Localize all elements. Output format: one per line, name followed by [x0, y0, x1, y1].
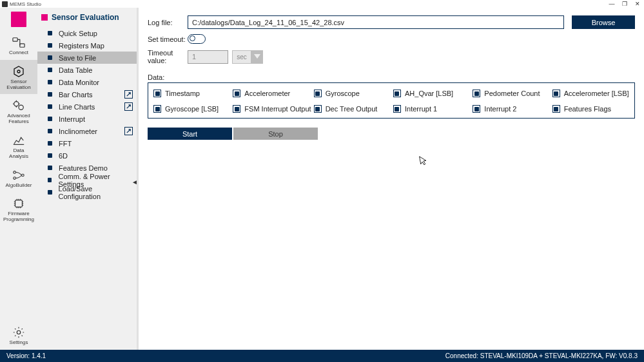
- external-link-icon: [124, 90, 133, 99]
- svg-point-4: [19, 105, 23, 110]
- start-button[interactable]: Start: [148, 128, 232, 140]
- checkbox-icon: [473, 90, 480, 97]
- minimize-button[interactable]: —: [605, 1, 618, 7]
- chevron-down-icon: [251, 50, 263, 64]
- main-panel: Log file: Browse Set timeout: Timeout va…: [139, 8, 644, 350]
- set-timeout-toggle[interactable]: [188, 34, 206, 44]
- brand-square-icon: [11, 12, 26, 27]
- svg-point-3: [14, 102, 19, 106]
- timeout-unit-select[interactable]: sec: [232, 50, 263, 64]
- sidebar-item[interactable]: Interrupt: [37, 113, 137, 125]
- timeout-value-label: Timeout value:: [148, 49, 188, 64]
- sidebar-item[interactable]: Registers Map: [37, 39, 137, 52]
- sidebar-item[interactable]: FFT: [37, 137, 137, 149]
- bullet-icon: [48, 80, 52, 84]
- checkbox-label: Timestamp: [165, 90, 200, 97]
- rail-label: Settings: [10, 340, 28, 346]
- rail-label: Connect: [9, 50, 28, 56]
- data-checkbox[interactable]: FSM Interrupt Output: [233, 105, 311, 113]
- log-file-label: Log file:: [148, 19, 188, 26]
- timeout-unit-label: sec: [232, 50, 251, 64]
- browse-button[interactable]: Browse: [572, 15, 635, 29]
- sidebar-title: Sensor Evaluation: [37, 10, 137, 27]
- external-link-icon: [124, 127, 133, 135]
- data-checkbox[interactable]: Timestamp: [153, 90, 230, 97]
- sidebar-item-label: Line Charts: [59, 103, 95, 111]
- sidebar-item[interactable]: Load/Save Configuration: [37, 186, 137, 198]
- rail-label: Advanced Features: [7, 113, 30, 125]
- data-checkbox[interactable]: Interrupt 2: [473, 105, 549, 113]
- sidebar: Sensor Evaluation Quick SetupRegisters M…: [37, 8, 139, 350]
- algobuilder-icon: [10, 167, 27, 183]
- version-text: Version: 1.4.1: [6, 352, 46, 359]
- svg-rect-1: [20, 44, 24, 47]
- checkbox-icon: [473, 105, 480, 113]
- rail-firmware-programming[interactable]: Firmware Programming: [0, 192, 37, 227]
- data-checkbox[interactable]: Accelerometer [LSB]: [552, 90, 629, 97]
- data-box: TimestampAccelerometerGyroscopeAH_Qvar […: [148, 82, 635, 119]
- bullet-icon: [48, 43, 52, 48]
- rail-algobuilder[interactable]: AlgoBuilder: [0, 164, 37, 193]
- data-checkbox[interactable]: Features Flags: [552, 105, 629, 113]
- svg-point-9: [17, 330, 20, 334]
- bullet-icon: [48, 31, 52, 35]
- sidebar-item[interactable]: Line Charts: [37, 100, 137, 113]
- rail-data-analysis[interactable]: Data Analysis: [0, 129, 37, 164]
- svg-point-2: [17, 70, 20, 73]
- close-button[interactable]: ✕: [631, 1, 644, 7]
- svg-point-5: [14, 171, 16, 173]
- rail-sensor-evaluation[interactable]: Sensor Evaluation: [0, 60, 37, 95]
- checkbox-label: Accelerometer: [244, 90, 290, 97]
- data-checkbox[interactable]: Interrupt 1: [393, 105, 470, 113]
- sidebar-item-label: Quick Setup: [59, 30, 97, 37]
- svg-rect-8: [15, 200, 23, 207]
- sidebar-item-label: FFT: [59, 140, 72, 148]
- sidebar-item[interactable]: Data Table: [37, 64, 137, 76]
- sensor-eval-icon: [10, 64, 27, 79]
- data-label: Data:: [148, 73, 635, 81]
- status-bar: Version: 1.4.1 Connected: STEVAL-MKI109D…: [0, 350, 644, 362]
- rail-label: Firmware Programming: [3, 211, 34, 223]
- external-link-icon: [124, 102, 133, 111]
- sidebar-item-label: Load/Save Configuration: [59, 185, 132, 200]
- title-bar: MEMS Studio — ❐ ✕: [0, 0, 644, 8]
- sidebar-collapse-icon[interactable]: ◄: [132, 178, 138, 186]
- maximize-button[interactable]: ❐: [618, 1, 631, 7]
- sidebar-item-label: Registers Map: [59, 42, 104, 50]
- sidebar-item[interactable]: Inclinometer: [37, 125, 137, 137]
- checkbox-label: Interrupt 2: [484, 105, 516, 113]
- sidebar-item-label: 6D: [59, 152, 68, 160]
- rail-connect[interactable]: Connect: [0, 31, 37, 60]
- checkbox-label: AH_Qvar [LSB]: [405, 90, 453, 97]
- timeout-value-input[interactable]: [188, 50, 228, 64]
- sidebar-item[interactable]: Save to File: [37, 52, 137, 64]
- connect-icon: [10, 35, 27, 50]
- checkbox-icon: [393, 105, 401, 113]
- data-checkbox[interactable]: Gyroscope [LSB]: [153, 105, 230, 113]
- advanced-icon: [10, 98, 27, 113]
- set-timeout-label: Set timeout:: [148, 35, 188, 43]
- sidebar-item[interactable]: 6D: [37, 149, 137, 162]
- sidebar-item[interactable]: Data Monitor: [37, 76, 137, 88]
- bullet-icon: [48, 92, 52, 97]
- gear-icon: [10, 325, 27, 340]
- data-checkbox[interactable]: Dec Tree Output: [314, 105, 391, 113]
- rail-advanced-features[interactable]: Advanced Features: [0, 94, 37, 129]
- data-checkbox[interactable]: Pedometer Count: [473, 90, 549, 97]
- sidebar-item-label: Save to File: [59, 54, 96, 62]
- stop-button[interactable]: Stop: [233, 128, 318, 140]
- log-file-input[interactable]: [188, 15, 564, 29]
- rail-settings[interactable]: Settings: [0, 321, 37, 350]
- bullet-icon: [48, 104, 52, 109]
- data-checkbox[interactable]: Accelerometer: [233, 90, 311, 97]
- checkbox-label: Accelerometer [LSB]: [564, 90, 629, 97]
- svg-point-7: [22, 174, 24, 176]
- checkbox-label: FSM Interrupt Output: [244, 105, 311, 113]
- sidebar-item[interactable]: Quick Setup: [37, 27, 137, 39]
- cursor-icon: [418, 155, 428, 168]
- title-square-icon: [41, 14, 48, 21]
- sidebar-item[interactable]: Bar Charts: [37, 88, 137, 100]
- data-checkbox[interactable]: AH_Qvar [LSB]: [393, 90, 470, 97]
- data-checkbox[interactable]: Gyroscope: [314, 90, 391, 97]
- checkbox-label: Interrupt 1: [405, 105, 437, 113]
